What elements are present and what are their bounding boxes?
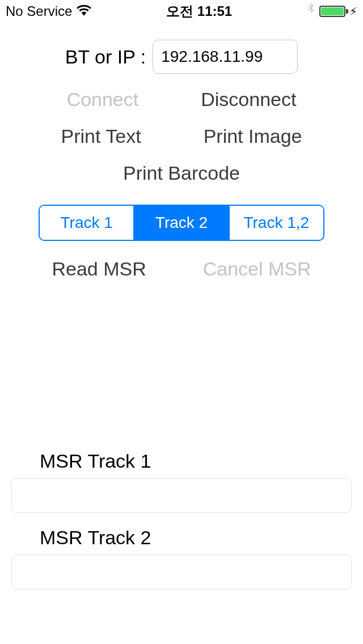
bluetooth-icon	[307, 3, 315, 20]
segment-track2[interactable]: Track 2	[134, 206, 229, 240]
print-text-button[interactable]: Print Text	[61, 125, 141, 147]
main-content: BT or IP : Connect Disconnect Print Text…	[0, 23, 363, 590]
msr-track1-label: MSR Track 1	[40, 450, 352, 472]
battery-icon: ⚡︎	[319, 5, 357, 18]
ip-row: BT or IP :	[0, 40, 363, 74]
charging-icon: ⚡︎	[349, 5, 357, 18]
msr-track2-field[interactable]	[11, 554, 352, 590]
disconnect-button[interactable]: Disconnect	[201, 88, 296, 111]
msr-track1-field[interactable]	[11, 478, 352, 513]
connect-button[interactable]: Connect	[67, 88, 139, 111]
msr-track2-section: MSR Track 2	[11, 527, 352, 590]
print-row-2: Print Barcode	[0, 162, 363, 184]
status-time: 오전 11:51	[166, 2, 232, 20]
msr-track1-section: MSR Track 1	[11, 450, 352, 513]
cancel-msr-button[interactable]: Cancel MSR	[203, 258, 311, 280]
track-segmented-control: Track 1 Track 2 Track 1,2	[39, 205, 324, 241]
msr-track2-label: MSR Track 2	[40, 527, 352, 549]
status-left: No Service	[6, 3, 91, 19]
status-right: ⚡︎	[307, 3, 357, 20]
print-image-button[interactable]: Print Image	[204, 125, 302, 147]
wifi-icon	[77, 3, 91, 19]
msr-row: Read MSR Cancel MSR	[0, 258, 363, 280]
service-text: No Service	[6, 3, 72, 19]
read-msr-button[interactable]: Read MSR	[52, 258, 146, 280]
print-barcode-button[interactable]: Print Barcode	[123, 162, 240, 184]
print-row-1: Print Text Print Image	[0, 125, 363, 147]
ip-input[interactable]	[153, 40, 298, 74]
ip-label: BT or IP :	[65, 46, 146, 68]
status-bar: No Service 오전 11:51 ⚡︎	[0, 0, 363, 23]
segment-track1[interactable]: Track 1	[40, 206, 134, 240]
connect-row: Connect Disconnect	[0, 88, 363, 111]
segment-track12[interactable]: Track 1,2	[230, 206, 323, 240]
